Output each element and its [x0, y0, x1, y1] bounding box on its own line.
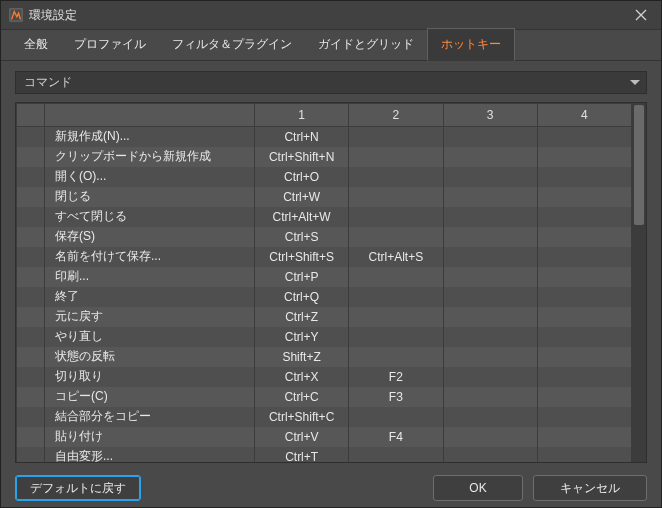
hotkey-cell[interactable]: Ctrl+V — [255, 427, 349, 447]
tab-hotkeys[interactable]: ホットキー — [427, 28, 515, 61]
hotkey-cell[interactable]: F4 — [349, 427, 443, 447]
table-row[interactable]: クリップボードから新規作成Ctrl+Shift+N — [17, 147, 632, 167]
col-key-4[interactable]: 4 — [537, 103, 631, 126]
hotkey-cell[interactable] — [537, 267, 631, 287]
col-key-1[interactable]: 1 — [255, 103, 349, 126]
hotkey-cell[interactable] — [349, 447, 443, 463]
hotkey-cell[interactable]: Ctrl+Z — [255, 307, 349, 327]
category-dropdown[interactable]: コマンド — [15, 71, 647, 94]
hotkey-cell[interactable] — [349, 187, 443, 207]
hotkey-cell[interactable]: Ctrl+P — [255, 267, 349, 287]
hotkey-cell[interactable]: Ctrl+W — [255, 187, 349, 207]
hotkey-cell[interactable] — [537, 227, 631, 247]
reset-defaults-button[interactable]: デフォルトに戻す — [15, 475, 141, 501]
hotkey-cell[interactable] — [537, 327, 631, 347]
hotkey-cell[interactable] — [537, 367, 631, 387]
hotkey-cell[interactable]: Ctrl+O — [255, 167, 349, 187]
hotkey-cell[interactable] — [349, 307, 443, 327]
vertical-scrollbar[interactable] — [632, 103, 646, 463]
hotkey-cell[interactable]: Ctrl+Y — [255, 327, 349, 347]
hotkey-cell[interactable] — [443, 187, 537, 207]
table-row[interactable]: すべて閉じるCtrl+Alt+W — [17, 207, 632, 227]
hotkey-cell[interactable]: Ctrl+Shift+S — [255, 247, 349, 267]
hotkey-cell[interactable] — [443, 367, 537, 387]
hotkey-cell[interactable]: F2 — [349, 367, 443, 387]
col-expand[interactable] — [17, 103, 45, 126]
hotkey-cell[interactable] — [443, 447, 537, 463]
hotkey-cell[interactable] — [537, 167, 631, 187]
table-row[interactable]: 閉じるCtrl+W — [17, 187, 632, 207]
hotkey-cell[interactable] — [537, 347, 631, 367]
hotkey-cell[interactable] — [349, 267, 443, 287]
tab-profile[interactable]: プロファイル — [61, 29, 159, 60]
tab-filters[interactable]: フィルタ＆プラグイン — [159, 29, 305, 60]
hotkey-cell[interactable] — [537, 407, 631, 427]
hotkey-cell[interactable] — [349, 167, 443, 187]
hotkey-cell[interactable] — [443, 407, 537, 427]
hotkey-cell[interactable]: Ctrl+Shift+C — [255, 407, 349, 427]
hotkey-cell[interactable] — [537, 427, 631, 447]
hotkey-cell[interactable] — [443, 307, 537, 327]
table-row[interactable]: コピー(C)Ctrl+CF3 — [17, 387, 632, 407]
hotkey-cell[interactable] — [349, 126, 443, 147]
hotkey-cell[interactable] — [349, 327, 443, 347]
hotkey-cell[interactable] — [349, 147, 443, 167]
hotkey-cell[interactable] — [537, 147, 631, 167]
table-row[interactable]: 印刷...Ctrl+P — [17, 267, 632, 287]
table-row[interactable]: 状態の反転Shift+Z — [17, 347, 632, 367]
hotkey-cell[interactable]: Ctrl+T — [255, 447, 349, 463]
hotkey-cell[interactable]: Ctrl+C — [255, 387, 349, 407]
table-row[interactable]: 開く(O)...Ctrl+O — [17, 167, 632, 187]
table-row[interactable]: 結合部分をコピーCtrl+Shift+C — [17, 407, 632, 427]
cancel-button[interactable]: キャンセル — [533, 475, 647, 501]
hotkey-cell[interactable]: Ctrl+N — [255, 126, 349, 147]
hotkey-cell[interactable] — [443, 207, 537, 227]
hotkey-cell[interactable] — [537, 247, 631, 267]
table-row[interactable]: 自由変形...Ctrl+T — [17, 447, 632, 463]
table-row[interactable]: 切り取りCtrl+XF2 — [17, 367, 632, 387]
hotkey-cell[interactable]: Shift+Z — [255, 347, 349, 367]
table-row[interactable]: 元に戻すCtrl+Z — [17, 307, 632, 327]
col-key-3[interactable]: 3 — [443, 103, 537, 126]
table-row[interactable]: 新規作成(N)...Ctrl+N — [17, 126, 632, 147]
hotkey-cell[interactable] — [443, 287, 537, 307]
hotkey-cell[interactable]: Ctrl+Alt+S — [349, 247, 443, 267]
table-row[interactable]: やり直しCtrl+Y — [17, 327, 632, 347]
hotkey-cell[interactable] — [349, 347, 443, 367]
hotkey-cell[interactable] — [443, 327, 537, 347]
scrollbar-thumb[interactable] — [634, 105, 644, 225]
hotkey-cell[interactable] — [443, 427, 537, 447]
hotkey-cell[interactable] — [443, 387, 537, 407]
hotkey-cell[interactable] — [443, 147, 537, 167]
hotkey-cell[interactable] — [537, 126, 631, 147]
hotkey-cell[interactable]: Ctrl+X — [255, 367, 349, 387]
hotkey-cell[interactable] — [349, 207, 443, 227]
hotkey-cell[interactable] — [443, 247, 537, 267]
hotkey-cell[interactable] — [443, 267, 537, 287]
ok-button[interactable]: OK — [433, 475, 523, 501]
table-row[interactable]: 貼り付けCtrl+VF4 — [17, 427, 632, 447]
table-row[interactable]: 保存(S)Ctrl+S — [17, 227, 632, 247]
hotkey-cell[interactable] — [537, 307, 631, 327]
col-key-2[interactable]: 2 — [349, 103, 443, 126]
hotkey-cell[interactable] — [349, 227, 443, 247]
hotkey-cell[interactable] — [537, 207, 631, 227]
tab-general[interactable]: 全般 — [11, 29, 61, 60]
hotkey-cell[interactable] — [443, 347, 537, 367]
hotkey-cell[interactable] — [537, 187, 631, 207]
table-row[interactable]: 終了Ctrl+Q — [17, 287, 632, 307]
table-row[interactable]: 名前を付けて保存...Ctrl+Shift+SCtrl+Alt+S — [17, 247, 632, 267]
hotkey-cell[interactable]: Ctrl+Alt+W — [255, 207, 349, 227]
hotkey-cell[interactable]: Ctrl+S — [255, 227, 349, 247]
hotkey-cell[interactable] — [443, 126, 537, 147]
hotkey-cell[interactable]: Ctrl+Shift+N — [255, 147, 349, 167]
hotkey-cell[interactable] — [537, 287, 631, 307]
col-command[interactable] — [45, 103, 255, 126]
hotkey-cell[interactable] — [537, 447, 631, 463]
hotkey-cell[interactable]: Ctrl+Q — [255, 287, 349, 307]
hotkey-cell[interactable] — [349, 407, 443, 427]
tab-guides[interactable]: ガイドとグリッド — [305, 29, 427, 60]
hotkey-cell[interactable] — [349, 287, 443, 307]
hotkey-cell[interactable] — [537, 387, 631, 407]
hotkey-cell[interactable] — [443, 167, 537, 187]
